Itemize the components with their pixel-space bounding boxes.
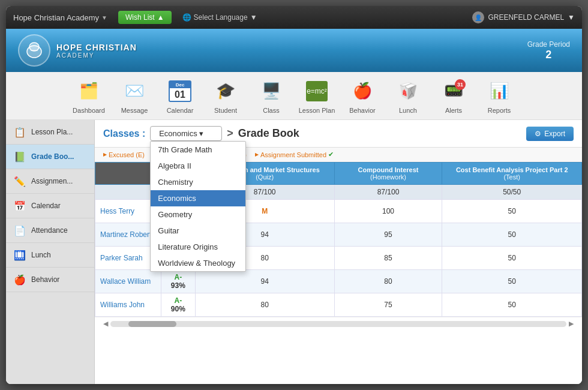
- assignments-sidebar-icon: ✏️: [13, 175, 26, 188]
- table-row: Wallace William A- 93% 94 80 50: [95, 270, 582, 293]
- school-name-text: Hope Christian Academy: [13, 13, 99, 22]
- school-title: HOPE CHRISTIAN: [56, 43, 137, 52]
- user-info[interactable]: 👤 GREENFELD CARMEL ▼: [472, 11, 575, 23]
- student-name-3[interactable]: Wallace William: [95, 270, 161, 293]
- student-col3-2: 50: [442, 247, 582, 270]
- sidebar-item-assignments[interactable]: ✏️ Assignmen...: [6, 169, 94, 194]
- main-content: 📋 Lesson Pla... 📗 Grade Boo... ✏️ Assign…: [6, 120, 582, 384]
- globe-icon: 🌐: [182, 13, 191, 22]
- excused-tri: ▶: [103, 152, 107, 157]
- export-label: Export: [544, 130, 565, 138]
- calendar-icon: Dec 01: [167, 78, 193, 104]
- user-name-text: GREENFELD CARMEL: [488, 13, 564, 22]
- excused-text: Excused (E): [109, 151, 145, 158]
- lunch-sidebar-icon: 🛄: [13, 248, 26, 262]
- legend-excused[interactable]: ▶ Excused (E): [103, 151, 145, 158]
- class-select-button[interactable]: Economics ▾: [150, 126, 222, 141]
- logo-area: HOPE CHRISTIAN ACADEMY: [18, 34, 137, 67]
- grade-pct-4: 90%: [171, 305, 185, 313]
- export-gear-icon: ⚙: [535, 130, 541, 138]
- gb-title: Grade Book: [238, 127, 299, 140]
- nav-icon-student[interactable]: 🎓 Student: [205, 78, 246, 114]
- select-language-btn[interactable]: 🌐 Select Language ▼: [182, 13, 257, 22]
- sidebar-item-grade-book[interactable]: 📗 Grade Boo...: [6, 145, 94, 169]
- calendar-sidebar-label: Calendar: [31, 202, 61, 210]
- avg-col3: 50/50: [442, 185, 582, 200]
- class-option-7th-math[interactable]: 7th Grade Math: [151, 142, 245, 158]
- student-icon: 🎓: [212, 78, 239, 104]
- grade-letter-4: A-: [175, 296, 182, 305]
- legend-submitted[interactable]: ▶ Assignment Submitted ✔: [255, 151, 334, 158]
- nav-icon-lesson-plan[interactable]: e=mc² Lesson Plan: [296, 78, 337, 114]
- reports-label: Reports: [488, 107, 511, 114]
- avg-col2: 87/100: [334, 185, 442, 200]
- sidebar-item-attendance[interactable]: 📄 Attendance: [6, 218, 94, 243]
- submitted-text: Assignment Submitted: [260, 151, 326, 158]
- class-option-worldview[interactable]: Worldview & Theology: [151, 255, 245, 271]
- scroll-right-arrow[interactable]: ▶: [569, 320, 574, 328]
- alerts-icon: 📟 31: [440, 78, 467, 104]
- nav-icon-behavior[interactable]: 🍎 Behavior: [342, 78, 383, 114]
- class-icon: 🖥️: [258, 78, 284, 104]
- nav-icon-message[interactable]: ✉️ Message: [114, 78, 155, 114]
- grade-letter-3: A-: [175, 273, 182, 281]
- export-button[interactable]: ⚙ Export: [526, 127, 574, 141]
- nav-icon-dashboard[interactable]: 🗂️ Dashboard: [68, 78, 109, 114]
- wish-list-button[interactable]: Wish List ▲: [118, 11, 172, 24]
- calendar-label: Calendar: [167, 107, 194, 114]
- alerts-badge: 31: [455, 79, 466, 90]
- logo-text: HOPE CHRISTIAN ACADEMY: [56, 43, 137, 59]
- scroll-left-arrow[interactable]: ◀: [103, 320, 108, 328]
- svg-point-1: [29, 43, 39, 51]
- student-col2-2: 85: [334, 247, 442, 270]
- class-option-chemistry[interactable]: Chemistry: [151, 174, 245, 190]
- screen-frame: Hope Christian Academy ▼ Wish List ▲ 🌐 S…: [6, 6, 582, 384]
- col-header-col2: Compound Interest (Homework): [334, 163, 442, 185]
- student-name-4[interactable]: Williams John: [95, 293, 161, 317]
- sidebar-item-lesson-plan[interactable]: 📋 Lesson Pla...: [6, 120, 94, 145]
- sidebar-item-calendar[interactable]: 📅 Calendar: [6, 194, 94, 218]
- attendance-sidebar-label: Attendance: [31, 226, 68, 235]
- school-chevron[interactable]: ▼: [101, 14, 107, 21]
- grade-book-sidebar-label: Grade Boo...: [31, 152, 74, 161]
- behavior-sidebar-label: Behavior: [31, 275, 59, 284]
- assignments-sidebar-label: Assignmen...: [31, 177, 73, 185]
- nav-icon-class[interactable]: 🖥️ Class: [251, 78, 292, 114]
- sidebar-item-lunch[interactable]: 🛄 Lunch: [6, 243, 94, 268]
- class-option-literature[interactable]: Literature Origins: [151, 239, 245, 255]
- dashboard-label: Dashboard: [73, 107, 105, 114]
- submitted-tri: ▶: [255, 152, 259, 157]
- class-option-geometry[interactable]: Geometry: [151, 206, 245, 223]
- class-option-economics[interactable]: Economics: [151, 190, 245, 206]
- dashboard-icon: 🗂️: [76, 78, 102, 104]
- grade-period: Grade Period 2: [527, 40, 570, 61]
- behavior-label: Behavior: [349, 107, 375, 114]
- grade-period-value: 2: [527, 49, 570, 61]
- class-option-guitar[interactable]: Guitar: [151, 223, 245, 239]
- scroll-thumb: [128, 321, 176, 327]
- nav-icon-alerts[interactable]: 📟 31 Alerts: [433, 78, 474, 114]
- sidebar-item-behavior[interactable]: 🍎 Behavior: [6, 268, 94, 292]
- message-icon: ✉️: [121, 78, 148, 104]
- alerts-label: Alerts: [445, 107, 462, 114]
- message-label: Message: [121, 107, 148, 114]
- student-col2-1: 95: [334, 223, 442, 247]
- class-option-algebra[interactable]: Algebra II: [151, 158, 245, 174]
- student-grade-3: A- 93%: [161, 270, 196, 293]
- lesson-plan-icon: e=mc²: [304, 78, 330, 104]
- student-col2-4: 75: [334, 293, 442, 317]
- wish-list-label: Wish List: [125, 13, 155, 22]
- right-panel: Classes : Economics ▾ 7th Grade Math Alg…: [95, 120, 582, 384]
- classes-label: Classes :: [103, 128, 145, 139]
- student-col3-3: 50: [442, 270, 582, 293]
- attendance-sidebar-icon: 📄: [13, 224, 26, 237]
- nav-icon-reports[interactable]: 📊 Reports: [479, 78, 520, 114]
- nav-icon-calendar[interactable]: Dec 01 Calendar: [160, 78, 200, 114]
- school-subtitle: ACADEMY: [56, 52, 137, 59]
- blue-header: HOPE CHRISTIAN ACADEMY Grade Period 2: [6, 29, 582, 72]
- nav-icon-lunch[interactable]: 🥡 Lunch: [388, 78, 428, 114]
- behavior-icon: 🍎: [349, 78, 376, 104]
- scroll-track[interactable]: [110, 321, 566, 327]
- student-col1-3: 94: [195, 270, 334, 293]
- student-col3-0: 50: [442, 200, 582, 223]
